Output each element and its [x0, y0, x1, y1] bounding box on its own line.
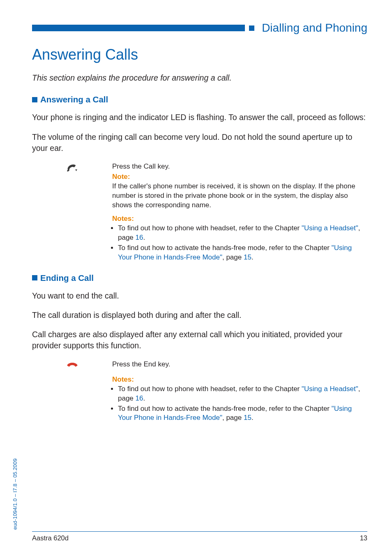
answering-notes-list: To find out how to phone with headset, r… [112, 224, 367, 262]
notes-label: Notes: [112, 375, 367, 385]
note-mid: , page [222, 414, 244, 422]
list-item: To find out how to activate the hands-fr… [118, 404, 367, 423]
notes-label: Notes: [112, 214, 367, 224]
ending-instruction: Press the End key. [112, 360, 367, 369]
end-key-icon [66, 361, 78, 424]
footer-page-number: 13 [360, 534, 367, 542]
link-using-headset[interactable]: "Using a Headset" [302, 224, 358, 232]
note-pre: To find out how to activate the hands-fr… [118, 405, 332, 412]
answering-note-text: If the caller's phone number is received… [112, 182, 367, 210]
footer-device-name: Aastra 620d [32, 534, 69, 542]
intro-paragraph: This section explains the procedure for … [32, 72, 367, 83]
subheading-ending: Ending a Call [32, 273, 367, 283]
document-id-vertical: eud-1094/1.0 – I7.8 – 05.2009 [12, 459, 18, 530]
answering-p1: Your phone is ringing and the indicator … [32, 112, 367, 123]
ending-notes-list: To find out how to phone with headset, r… [112, 385, 367, 423]
header-rule-bar [32, 25, 245, 31]
list-item: To find out how to phone with headset, r… [118, 224, 367, 243]
call-key-icon [66, 164, 78, 263]
list-item: To find out how to activate the hands-fr… [118, 243, 367, 262]
subheading-answering: Answering a Call [32, 95, 367, 104]
note-post: . [251, 253, 254, 261]
note-label: Note: [112, 172, 367, 182]
link-page-16[interactable]: 16 [136, 234, 143, 241]
link-page-15[interactable]: 15 [244, 414, 251, 422]
page-header: Dialling and Phoning [32, 21, 367, 35]
answering-instruction: Press the Call key. [112, 162, 367, 171]
note-pre: To find out how to phone with headset, r… [118, 224, 302, 232]
list-item: To find out how to phone with headset, r… [118, 385, 367, 403]
header-square-icon [249, 25, 254, 31]
note-post: . [143, 394, 145, 402]
link-using-headset[interactable]: "Using a Headset" [302, 385, 358, 393]
note-pre: To find out how to activate the hands-fr… [118, 244, 332, 252]
note-mid: , page [222, 253, 244, 261]
page-title: Answering Calls [32, 46, 367, 63]
section-title: Dialling and Phoning [262, 21, 367, 35]
subheading-title: Answering a Call [40, 95, 108, 104]
subheading-title: Ending a Call [40, 273, 94, 283]
note-post: . [251, 414, 254, 422]
link-page-15[interactable]: 15 [244, 253, 251, 261]
note-post: . [143, 234, 145, 241]
svg-marker-0 [75, 169, 77, 171]
link-page-16[interactable]: 16 [136, 394, 143, 402]
subheading-square-icon [32, 275, 37, 280]
answering-p2: The volume of the ringing call can becom… [32, 132, 367, 154]
note-pre: To find out how to phone with headset, r… [118, 385, 302, 393]
ending-p3: Call charges are also displayed after an… [32, 329, 367, 352]
ending-instruction-block: Press the End key. Notes: To find out ho… [32, 360, 367, 424]
ending-p1: You want to end the call. [32, 290, 367, 301]
page-footer: Aastra 620d 13 [32, 531, 367, 542]
answering-instruction-block: Press the Call key. Note: If the caller'… [32, 162, 367, 263]
subheading-square-icon [32, 97, 37, 102]
ending-p2: The call duration is displayed both duri… [32, 310, 367, 321]
